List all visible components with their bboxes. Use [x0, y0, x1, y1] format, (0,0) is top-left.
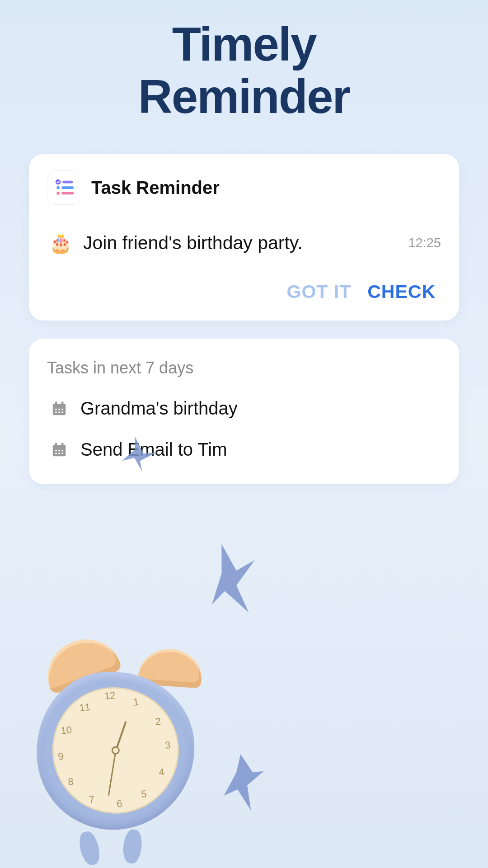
clock-number: 11: [79, 701, 91, 714]
alarm-clock-illustration: 12 1 2 3 4 5 6 7 8 9 10 11: [20, 618, 251, 868]
svg-point-14: [58, 411, 60, 413]
task-label: Grandma's birthday: [80, 398, 238, 419]
notification-header: Task Reminder: [47, 170, 441, 205]
upcoming-tasks-title: Tasks in next 7 days: [47, 359, 441, 377]
svg-point-21: [61, 449, 63, 451]
clock-number: 2: [155, 716, 161, 728]
svg-rect-8: [61, 401, 64, 405]
svg-rect-3: [61, 186, 74, 189]
svg-point-19: [55, 449, 57, 451]
svg-point-2: [56, 186, 60, 189]
svg-rect-1: [62, 181, 73, 184]
svg-point-12: [61, 408, 63, 410]
check-button[interactable]: CHECK: [367, 281, 436, 302]
task-item[interactable]: Send Email to Tim: [51, 439, 441, 460]
svg-rect-17: [55, 443, 57, 446]
clock-number: 7: [89, 793, 95, 806]
svg-rect-7: [55, 401, 57, 405]
clock-foot: [77, 830, 103, 867]
calendar-icon: [51, 400, 68, 417]
clock-number: 10: [60, 724, 72, 737]
svg-rect-18: [61, 443, 64, 446]
svg-point-23: [58, 453, 60, 454]
clock-number: 4: [158, 766, 165, 778]
svg-point-22: [55, 453, 57, 454]
svg-rect-5: [61, 192, 74, 195]
svg-point-10: [55, 408, 57, 410]
notification-card[interactable]: Task Reminder 🎂 Join friend's birthday p…: [29, 154, 459, 321]
clock-number: 8: [67, 776, 74, 788]
clock-foot: [122, 829, 143, 864]
notification-actions: GOT IT CHECK: [47, 281, 436, 302]
clock-hand: [108, 751, 117, 796]
app-icon: [47, 170, 81, 205]
svg-point-24: [61, 453, 63, 454]
clock-number: 5: [141, 788, 147, 800]
hero-title-line2: Reminder: [138, 70, 350, 123]
svg-point-20: [58, 449, 60, 451]
svg-point-11: [58, 408, 60, 410]
clock-number: 12: [104, 689, 116, 702]
clock-number: 6: [116, 798, 123, 810]
svg-point-4: [56, 192, 60, 195]
clock-number: 1: [133, 696, 140, 708]
clock-center: [111, 746, 120, 755]
calendar-icon: [51, 441, 68, 458]
notification-body: 🎂 Join friend's birthday party. 12:25: [47, 232, 441, 254]
notification-app-name: Task Reminder: [91, 178, 220, 198]
clock-number: 9: [57, 750, 64, 763]
upcoming-tasks-card[interactable]: Tasks in next 7 days Grandma's birthday …: [29, 339, 459, 484]
notification-message: Join friend's birthday party.: [83, 232, 397, 254]
gotit-button[interactable]: GOT IT: [287, 281, 352, 302]
cake-icon: 🎂: [49, 232, 72, 254]
svg-point-15: [61, 411, 63, 413]
task-label: Send Email to Tim: [80, 439, 227, 460]
svg-point-13: [55, 411, 57, 413]
task-item[interactable]: Grandma's birthday: [51, 398, 441, 419]
spark-icon: [202, 539, 263, 619]
notification-time: 12:25: [408, 236, 441, 250]
clock-number: 3: [164, 739, 171, 751]
hero-title-line1: Timely: [172, 18, 316, 71]
hero-title: Timely Reminder: [0, 0, 488, 123]
